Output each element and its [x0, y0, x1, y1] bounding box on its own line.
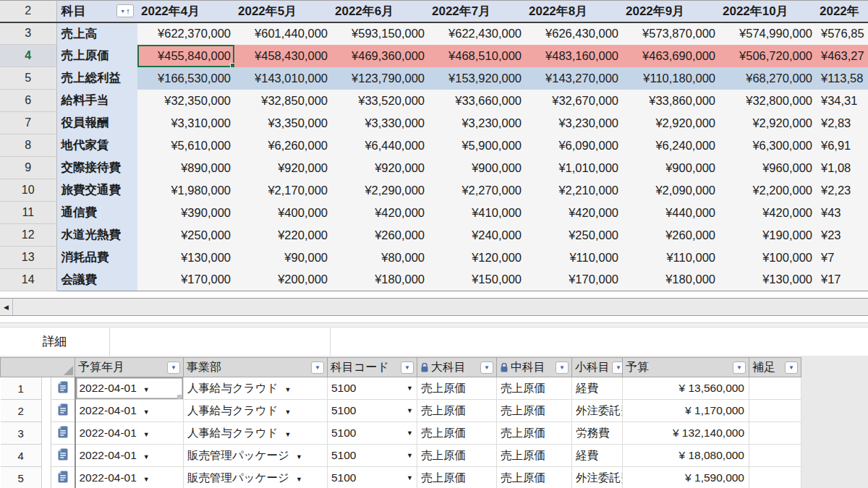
- value-cell[interactable]: ¥420,000: [719, 202, 816, 224]
- value-cell[interactable]: ¥220,000: [234, 224, 331, 247]
- select-arrow-icon[interactable]: ▼: [296, 453, 302, 461]
- value-cell-clipped[interactable]: ¥23: [816, 224, 868, 247]
- record-icon-cell[interactable]: [51, 422, 75, 445]
- value-cell-clipped[interactable]: ¥7: [816, 247, 868, 269]
- subject-header-cell[interactable]: 科目 ▼↑: [56, 1, 137, 22]
- row-number-cell[interactable]: 9: [0, 157, 56, 179]
- value-cell-clipped[interactable]: ¥463,27: [816, 45, 868, 67]
- filter-dropdown-icon[interactable]: ▼: [311, 361, 324, 374]
- account-label-cell[interactable]: 売上原価: [56, 45, 137, 67]
- value-cell[interactable]: ¥6,300,000: [719, 134, 816, 157]
- account-label-cell[interactable]: 売上高: [56, 22, 137, 45]
- value-cell[interactable]: ¥180,000: [331, 269, 428, 291]
- month-header-cell[interactable]: 2022年8月: [525, 1, 622, 22]
- account-label-cell[interactable]: 交際接待費: [56, 157, 137, 179]
- value-cell[interactable]: ¥180,000: [622, 269, 719, 291]
- value-cell[interactable]: ¥153,920,000: [428, 67, 525, 90]
- budget-value-cell[interactable]: ¥ 1,170,000: [623, 400, 749, 422]
- filter-dropdown-icon[interactable]: ▼: [401, 361, 414, 374]
- value-cell[interactable]: ¥90,000: [234, 247, 331, 269]
- account-code-cell[interactable]: ▼5100: [328, 445, 417, 467]
- row-number-cell[interactable]: 14: [0, 269, 56, 291]
- select-arrow-icon[interactable]: ▼: [407, 452, 413, 459]
- select-arrow-icon[interactable]: ▼: [143, 453, 150, 461]
- value-cell[interactable]: ¥483,160,000: [525, 45, 622, 67]
- value-cell-clipped[interactable]: ¥17: [816, 269, 868, 291]
- select-arrow-icon[interactable]: ▼: [407, 407, 413, 414]
- value-cell[interactable]: ¥190,000: [719, 224, 816, 247]
- row-number-header[interactable]: 2: [0, 1, 56, 22]
- account-label-cell[interactable]: 給料手当: [56, 90, 137, 112]
- department-cell[interactable]: 人事給与クラウド▼: [184, 400, 328, 422]
- select-arrow-icon[interactable]: ▼: [407, 385, 413, 392]
- row-number-cell[interactable]: 5: [1, 467, 42, 488]
- filter-dropdown-icon[interactable]: ▼: [167, 361, 180, 374]
- column-header-major-account[interactable]: 大科目▼: [417, 358, 497, 377]
- value-cell[interactable]: ¥920,000: [331, 157, 428, 179]
- column-header-budget-month[interactable]: 予算年月▼: [75, 358, 184, 377]
- value-cell-clipped[interactable]: ¥113,58: [816, 67, 868, 90]
- middle-account-cell[interactable]: 売上原価: [497, 377, 572, 400]
- major-account-cell[interactable]: 売上原価: [417, 467, 497, 488]
- value-cell[interactable]: ¥1,010,000: [525, 157, 622, 179]
- scrollbar-track[interactable]: [13, 299, 868, 315]
- value-cell[interactable]: ¥5,610,000: [137, 134, 234, 157]
- filter-dropdown-icon[interactable]: ▼: [612, 361, 623, 374]
- middle-account-cell[interactable]: 売上原価: [497, 422, 572, 445]
- value-cell[interactable]: ¥260,000: [622, 224, 719, 247]
- value-cell[interactable]: ¥260,000: [331, 224, 428, 247]
- value-cell[interactable]: ¥130,000: [137, 247, 234, 269]
- account-label-cell[interactable]: 役員報酬: [56, 112, 137, 134]
- column-header-budget[interactable]: 予算▼: [623, 358, 749, 377]
- value-cell[interactable]: ¥458,430,000: [234, 45, 331, 67]
- value-cell[interactable]: ¥455,840,000: [137, 45, 234, 67]
- value-cell[interactable]: ¥33,660,000: [428, 90, 525, 112]
- value-cell[interactable]: ¥33,520,000: [331, 90, 428, 112]
- value-cell[interactable]: ¥6,240,000: [622, 134, 719, 157]
- value-cell[interactable]: ¥240,000: [428, 224, 525, 247]
- budget-value-cell[interactable]: ¥ 18,080,000: [623, 445, 749, 467]
- row-number-cell[interactable]: 7: [0, 112, 56, 134]
- value-cell[interactable]: ¥574,990,000: [719, 22, 816, 45]
- value-cell-clipped[interactable]: ¥1,08: [816, 157, 868, 179]
- value-cell[interactable]: ¥110,000: [525, 247, 622, 269]
- value-cell[interactable]: ¥573,870,000: [622, 22, 719, 45]
- value-cell[interactable]: ¥440,000: [622, 202, 719, 224]
- value-cell[interactable]: ¥2,200,000: [719, 179, 816, 202]
- middle-account-cell[interactable]: 売上原価: [497, 400, 572, 422]
- value-cell[interactable]: ¥420,000: [331, 202, 428, 224]
- value-cell[interactable]: ¥80,000: [331, 247, 428, 269]
- value-cell[interactable]: ¥110,000: [622, 247, 719, 269]
- row-number-cell[interactable]: 1: [1, 377, 42, 400]
- value-cell[interactable]: ¥2,920,000: [719, 112, 816, 134]
- select-arrow-icon[interactable]: ▼: [284, 386, 291, 393]
- value-cell[interactable]: ¥6,090,000: [525, 134, 622, 157]
- value-cell[interactable]: ¥33,860,000: [622, 90, 719, 112]
- minor-account-cell[interactable]: 経費: [572, 377, 623, 400]
- month-header-cell[interactable]: 2022年5月: [234, 1, 331, 22]
- value-cell[interactable]: ¥2,920,000: [622, 112, 719, 134]
- note-cell[interactable]: [749, 377, 801, 400]
- value-cell[interactable]: ¥469,360,000: [331, 45, 428, 67]
- value-cell[interactable]: ¥110,180,000: [622, 67, 719, 90]
- value-cell[interactable]: ¥410,000: [428, 202, 525, 224]
- value-cell[interactable]: ¥593,150,000: [331, 22, 428, 45]
- value-cell-clipped[interactable]: ¥6,91: [816, 134, 868, 157]
- budget-month-cell[interactable]: 2022-04-01▼: [75, 400, 184, 422]
- minor-account-cell[interactable]: 外注委託費: [572, 467, 623, 488]
- column-header-note[interactable]: 補足▼: [749, 358, 801, 377]
- account-label-cell[interactable]: 旅費交通費: [56, 179, 137, 202]
- record-icon-cell[interactable]: [51, 445, 75, 467]
- select-arrow-icon[interactable]: ▼: [143, 431, 150, 438]
- department-cell[interactable]: 販売管理パッケージ▼: [184, 467, 328, 488]
- row-number-cell[interactable]: 11: [0, 202, 56, 224]
- value-cell[interactable]: ¥601,440,000: [234, 22, 331, 45]
- select-arrow-icon[interactable]: ▼: [143, 476, 150, 483]
- value-cell[interactable]: ¥3,330,000: [331, 112, 428, 134]
- row-number-cell[interactable]: 4: [0, 45, 56, 67]
- filter-dropdown-icon[interactable]: ▼: [785, 361, 798, 374]
- middle-account-cell[interactable]: 売上原価: [497, 467, 572, 488]
- value-cell[interactable]: ¥900,000: [428, 157, 525, 179]
- minor-account-cell[interactable]: 外注委託費: [572, 400, 623, 422]
- budget-month-cell[interactable]: 2022-04-01▼: [75, 422, 184, 445]
